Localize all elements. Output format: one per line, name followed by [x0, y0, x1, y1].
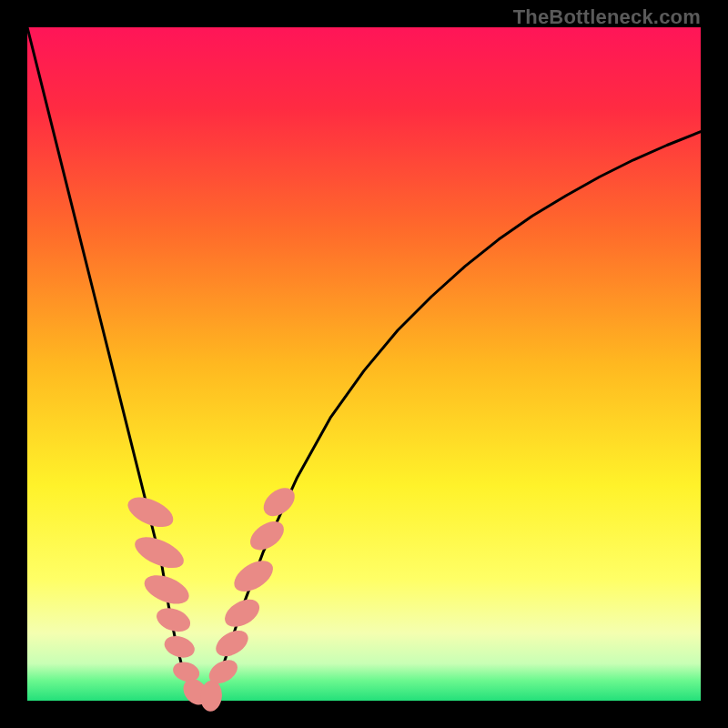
- chart-frame: TheBottleneck.com: [0, 0, 728, 728]
- chart-curves: [27, 27, 701, 701]
- series-right-curve: [202, 132, 701, 701]
- marker-pill: [124, 491, 178, 533]
- marker-pill: [245, 516, 288, 556]
- marker-pill: [162, 632, 197, 662]
- marker-pill: [211, 625, 252, 662]
- marker-pill: [140, 570, 193, 610]
- marker-pill: [130, 531, 188, 574]
- plot-area: [27, 27, 701, 701]
- marker-pill: [228, 554, 278, 598]
- marker-pill: [220, 594, 264, 633]
- watermark-text: TheBottleneck.com: [513, 5, 701, 29]
